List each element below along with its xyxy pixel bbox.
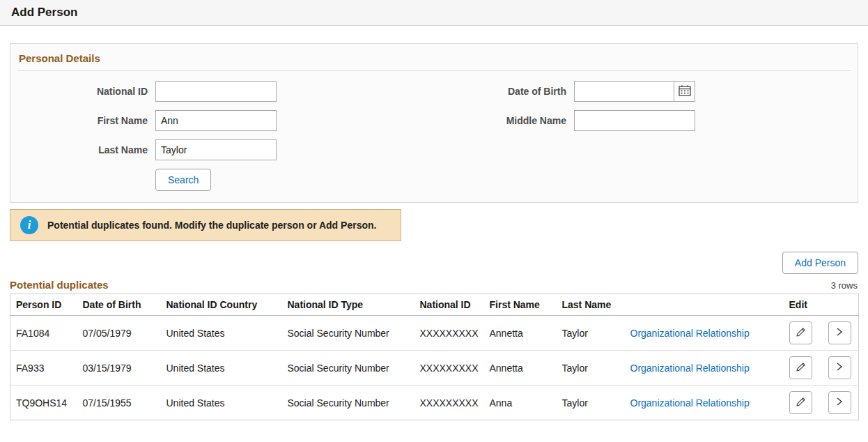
relationship-cell: Organizational Relationship — [625, 316, 784, 351]
col-relationship — [625, 294, 784, 316]
detail-cell — [823, 351, 859, 386]
col-edit: Edit — [784, 294, 823, 316]
col-person-id: Person ID — [10, 294, 77, 316]
personal-details-form: National ID Date of Birth — [10, 81, 858, 191]
relationship-cell: Organizational Relationship — [625, 351, 784, 386]
add-person-button[interactable]: Add Person — [782, 252, 858, 274]
row-detail-button[interactable] — [828, 321, 851, 344]
row-count: 3 rows — [831, 280, 858, 291]
search-button[interactable]: Search — [155, 169, 211, 191]
detail-cell — [823, 316, 859, 351]
info-icon: i — [20, 216, 38, 234]
main-content: Personal Details National ID Date of Bir… — [0, 43, 868, 420]
table-row: FA1084 07/05/1979 United States Social S… — [10, 316, 859, 351]
last-name-input[interactable] — [155, 139, 277, 160]
col-national-id: National ID — [414, 294, 484, 316]
middle-name-input[interactable] — [574, 110, 695, 131]
last-name-cell: Taylor — [557, 316, 625, 351]
person-id-cell: FA933 — [10, 351, 77, 386]
national-id-label: National ID — [10, 86, 148, 97]
calendar-icon — [678, 84, 692, 99]
personal-details-panel: Personal Details National ID Date of Bir… — [10, 43, 858, 203]
first-name-cell: Anna — [484, 386, 557, 420]
national-id-cell: XXXXXXXXX — [414, 316, 484, 351]
date-of-birth-cell: 03/15/1979 — [77, 351, 161, 386]
table-header-row: Person ID Date of Birth National ID Coun… — [10, 294, 859, 316]
col-national-id-country: National ID Country — [161, 294, 282, 316]
id-type-cell: Social Security Number — [282, 351, 414, 386]
edit-cell — [784, 351, 823, 386]
organizational-relationship-link[interactable]: Organizational Relationship — [630, 363, 750, 374]
table-row: TQ9OHS14 07/15/1955 United States Social… — [10, 386, 859, 420]
edit-button[interactable] — [789, 391, 812, 414]
country-cell: United States — [161, 316, 282, 351]
table-row: FA933 03/15/1979 United States Social Se… — [10, 351, 859, 386]
edit-cell — [784, 316, 823, 351]
calendar-button[interactable] — [674, 82, 695, 101]
last-name-cell: Taylor — [557, 351, 625, 386]
country-cell: United States — [161, 351, 282, 386]
action-bar: Add Person — [10, 252, 858, 274]
section-divider — [17, 70, 851, 71]
relationship-cell: Organizational Relationship — [625, 386, 784, 420]
id-type-cell: Social Security Number — [282, 316, 414, 351]
last-name-cell: Taylor — [557, 386, 625, 420]
page-header: Add Person — [0, 0, 868, 26]
edit-button[interactable] — [789, 356, 812, 379]
pencil-icon — [795, 396, 807, 410]
date-of-birth-cell: 07/05/1979 — [77, 316, 161, 351]
date-of-birth-label: Date of Birth — [473, 86, 566, 97]
person-id-cell: FA1084 — [10, 316, 77, 351]
page-title: Add Person — [11, 6, 77, 20]
duplicates-header: Potential duplicates 3 rows — [10, 279, 858, 291]
national-id-cell: XXXXXXXXX — [414, 386, 484, 420]
date-of-birth-field — [574, 81, 695, 102]
pencil-icon — [795, 326, 807, 340]
detail-cell — [823, 386, 859, 420]
edit-button[interactable] — [789, 321, 812, 344]
pencil-icon — [795, 361, 807, 375]
date-of-birth-cell: 07/15/1955 — [77, 386, 161, 420]
national-id-input[interactable] — [155, 81, 277, 102]
row-detail-button[interactable] — [828, 356, 851, 379]
edit-cell — [784, 386, 823, 420]
national-id-cell: XXXXXXXXX — [414, 351, 484, 386]
first-name-cell: Annetta — [484, 316, 557, 351]
personal-details-title: Personal Details — [10, 51, 858, 64]
col-date-of-birth: Date of Birth — [77, 294, 161, 316]
organizational-relationship-link[interactable]: Organizational Relationship — [630, 328, 750, 339]
date-of-birth-input[interactable] — [575, 82, 674, 101]
country-cell: United States — [161, 386, 282, 420]
first-name-cell: Annetta — [484, 351, 557, 386]
chevron-right-icon — [835, 327, 844, 339]
duplicates-table: Person ID Date of Birth National ID Coun… — [10, 294, 859, 420]
first-name-input[interactable] — [155, 110, 277, 131]
row-detail-button[interactable] — [828, 391, 851, 414]
first-name-label: First Name — [10, 115, 148, 126]
chevron-right-icon — [835, 397, 844, 409]
chevron-right-icon — [835, 362, 844, 374]
duplicates-message-text: Potential duplicates found. Modify the d… — [47, 220, 376, 231]
id-type-cell: Social Security Number — [282, 386, 414, 420]
col-national-id-type: National ID Type — [282, 294, 414, 316]
organizational-relationship-link[interactable]: Organizational Relationship — [630, 397, 750, 409]
middle-name-label: Middle Name — [473, 115, 566, 126]
col-detail — [823, 294, 859, 316]
person-id-cell: TQ9OHS14 — [10, 386, 77, 420]
duplicates-title: Potential duplicates — [10, 279, 109, 291]
last-name-label: Last Name — [10, 144, 148, 155]
duplicates-message-banner: i Potential duplicates found. Modify the… — [10, 209, 401, 241]
col-first-name: First Name — [484, 294, 557, 316]
col-last-name: Last Name — [557, 294, 625, 316]
